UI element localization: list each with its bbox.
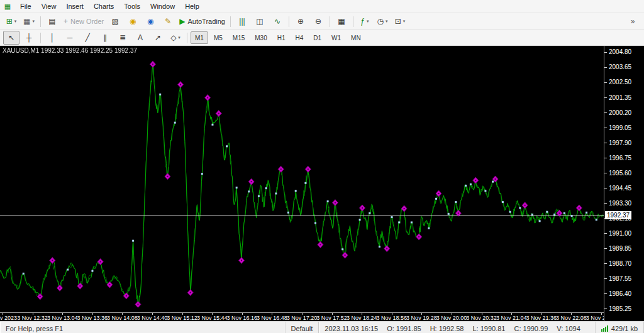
periods-button[interactable]: ◷▾ [374, 14, 391, 28]
tile-windows-button[interactable]: ▦ [333, 14, 350, 28]
menu-tools[interactable]: Tools [119, 1, 145, 11]
menu-view[interactable]: View [36, 1, 62, 11]
indicators-dropdown-chevron-icon[interactable]: ▾ [367, 19, 369, 24]
menu-insert[interactable]: Insert [61, 1, 89, 11]
menu-file[interactable]: File [15, 1, 36, 11]
timeframe-m5-button[interactable]: M5 [209, 31, 227, 44]
menu-window[interactable]: Window [145, 1, 180, 11]
time-axis[interactable]: 3 Nov 20233 Nov 12:323 Nov 13:043 Nov 13… [0, 312, 604, 321]
market-watch-button[interactable]: ▤ [44, 14, 60, 28]
shapes-dropdown-button[interactable]: ◇▾ [167, 31, 184, 45]
price-axis-label: 1996.75 [609, 155, 631, 162]
price-axis-label: 1991.00 [609, 230, 631, 237]
price-axis-tick [604, 173, 607, 173]
chart-line-button[interactable]: ∿ [269, 14, 286, 28]
metaeditor-button[interactable]: ✎ [160, 14, 176, 28]
new-chart-button[interactable]: ⊞▾ [3, 14, 19, 28]
strategy-tester-button[interactable]: ▧ [107, 14, 123, 28]
toolbar-separator [289, 16, 289, 27]
status-profile[interactable]: Default [286, 322, 319, 333]
status-high: H: 1992.58 [430, 325, 464, 332]
timeframe-h1-button[interactable]: H1 [273, 31, 290, 44]
time-axis-label: 3 Nov 15:12 [167, 315, 197, 321]
timeframe-w1-button[interactable]: W1 [327, 31, 345, 44]
alerts-button[interactable]: ◉ [125, 14, 141, 28]
horizontal-line-button[interactable]: ─ [62, 31, 78, 45]
fibonacci-button[interactable]: ≣ [114, 31, 131, 45]
menu-charts[interactable]: Charts [89, 1, 119, 11]
price-chart-canvas[interactable] [0, 46, 604, 312]
toolbar-overflow-button[interactable]: » [625, 14, 641, 28]
zoom-in-button[interactable]: ⊕ [292, 14, 309, 28]
metaeditor-icon: ✎ [165, 18, 171, 25]
price-axis-label: 1989.85 [609, 245, 631, 253]
price-axis-tick [604, 308, 607, 309]
cursor-icon: ↖ [8, 34, 14, 41]
chart-ohlc-header: XAUUSD,M1 1992.33 1992.46 1992.25 1992.3… [3, 47, 137, 54]
strategy-tester-icon: ▧ [112, 18, 119, 25]
time-axis-label: 3 Nov 15:44 [197, 315, 228, 321]
time-axis-label: 3 Nov 16:16 [227, 315, 258, 321]
status-close: C: 1990.99 [514, 325, 548, 332]
timeframe-h4-button[interactable]: H4 [291, 31, 308, 44]
templates-dropdown-chevron-icon[interactable]: ▾ [403, 19, 406, 24]
chart-bars-button[interactable]: ||| [234, 14, 250, 28]
indicators-icon: ƒ [360, 18, 365, 25]
price-axis-label: 2002.50 [609, 79, 631, 86]
templates-button[interactable]: ⊡▾ [392, 14, 408, 28]
shapes-dropdown-icon: ◇ [170, 34, 176, 41]
new-order-button[interactable]: +New Order [62, 14, 106, 28]
channel-button[interactable]: ∥ [97, 31, 113, 45]
shapes-dropdown-dropdown-chevron-icon[interactable]: ▾ [178, 35, 180, 40]
toolbar-separator [230, 16, 231, 27]
autotrading-button[interactable]: ▶AutoTrading [177, 14, 227, 28]
timeframe-m15-button[interactable]: M15 [228, 31, 249, 44]
crosshair-button[interactable]: ┼ [21, 31, 37, 45]
toolbar-separator [330, 16, 330, 27]
status-low: L: 1990.81 [472, 325, 505, 332]
time-axis-label: 3 Nov 18:24 [347, 315, 377, 321]
time-axis-label: 3 Nov 14:08 [107, 315, 138, 321]
chart-line-icon: ∿ [274, 18, 280, 25]
timeframe-mn-button[interactable]: MN [347, 31, 365, 44]
price-axis-label: 1995.60 [609, 170, 631, 177]
vertical-line-button[interactable]: │ [44, 31, 60, 45]
new-order-icon: + [64, 18, 68, 25]
indicators-button[interactable]: ƒ▾ [357, 14, 373, 28]
arrows-icon: ↗ [155, 34, 161, 41]
status-open: O: 1991.85 [387, 325, 421, 332]
price-axis-tick [604, 52, 607, 53]
new-chart-dropdown-chevron-icon[interactable]: ▾ [14, 19, 17, 24]
time-axis-label: 3 Nov 21:36 [526, 315, 557, 321]
price-axis[interactable]: 1992.37 2004.802003.652002.502001.352000… [604, 46, 644, 321]
channel-icon: ∥ [103, 34, 107, 41]
profiles-button[interactable]: ▦▾ [21, 14, 37, 28]
periods-dropdown-chevron-icon[interactable]: ▾ [386, 19, 388, 24]
time-axis-label: 3 Nov 13:36 [77, 315, 108, 321]
zoom-out-button[interactable]: ⊖ [310, 14, 326, 28]
price-axis-label: 1997.90 [609, 139, 631, 147]
vertical-line-icon: │ [50, 34, 55, 41]
time-axis-label: 3 Nov 22:08 [556, 315, 587, 321]
profiles-dropdown-chevron-icon[interactable]: ▾ [32, 19, 35, 24]
cursor-button[interactable]: ↖ [3, 31, 19, 45]
new-chart-icon: ⊞ [6, 18, 13, 25]
timeframe-m30-button[interactable]: M30 [250, 31, 271, 44]
menu-help[interactable]: Help [180, 1, 204, 11]
trendline-button[interactable]: ╱ [79, 31, 96, 45]
status-help-text: For Help, press F1 [0, 322, 286, 333]
community-button[interactable]: ◉ [142, 14, 158, 28]
timeframe-m1-button[interactable]: M1 [191, 31, 208, 44]
arrows-button[interactable]: ↗ [150, 31, 166, 45]
price-axis-tick [604, 128, 607, 128]
price-axis-label: 2003.65 [609, 63, 631, 71]
community-icon: ◉ [147, 18, 153, 25]
timeframe-d1-button[interactable]: D1 [309, 31, 326, 44]
text-button[interactable]: A [132, 31, 148, 45]
chart-candles-button[interactable]: ◫ [252, 14, 268, 28]
toolbar-separator [40, 33, 41, 43]
price-axis-tick [604, 67, 607, 68]
price-axis-label: 2004.80 [609, 48, 631, 56]
market-watch-icon: ▤ [48, 18, 55, 25]
connection-signal-icon [601, 325, 608, 332]
